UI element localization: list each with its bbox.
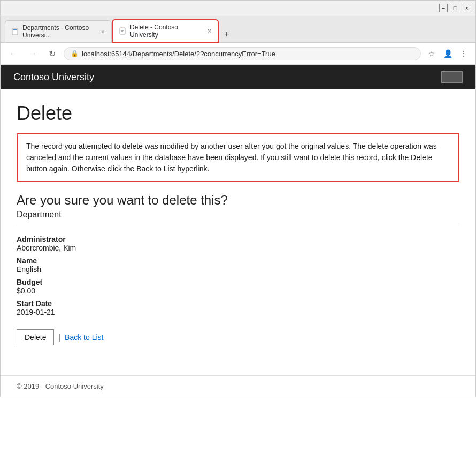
footer: © 2019 - Contoso University (1, 375, 475, 397)
forward-button[interactable]: → (25, 46, 40, 61)
delete-button[interactable]: Delete (17, 329, 54, 345)
page-title: Delete (17, 102, 459, 125)
back-to-list-link[interactable]: Back to List (65, 333, 103, 342)
title-bar-controls: − □ × (439, 4, 471, 12)
field-administrator: Administrator Abercrombie, Kim (17, 235, 459, 252)
tab-delete[interactable]: Delete - Contoso University × (112, 19, 219, 43)
tab-departments[interactable]: Departments - Contoso Universi... × (5, 20, 112, 42)
field-name-value: English (17, 265, 459, 274)
svg-rect-5 (121, 29, 124, 29)
field-administrator-value: Abercrombie, Kim (17, 244, 459, 252)
error-message-text: The record you attempted to delete was m… (26, 142, 437, 173)
confirm-subtitle: Department (17, 210, 459, 220)
tabs-bar: Departments - Contoso Universi... × Dele… (1, 16, 475, 43)
field-start-date-value: 2019-01-21 (17, 308, 459, 316)
field-name-label: Name (17, 256, 459, 265)
form-actions: Delete | Back to List (17, 329, 459, 345)
actions-separator: | (58, 333, 60, 342)
divider (17, 226, 459, 226)
error-box: The record you attempted to delete was m… (17, 133, 459, 182)
menu-icon[interactable]: ⋮ (457, 47, 470, 60)
page-content: Delete The record you attempted to delet… (1, 89, 475, 375)
url-bar[interactable]: 🔒 localhost:65144/Departments/Delete/2?c… (64, 47, 421, 60)
address-bar-actions: ☆ 👤 ⋮ (425, 47, 470, 60)
svg-rect-3 (13, 32, 16, 32)
app-name: Contoso University (13, 72, 94, 83)
field-budget-value: $0.00 (17, 286, 459, 295)
field-budget: Budget $0.00 (17, 278, 459, 295)
new-tab-button[interactable]: + (219, 26, 234, 42)
svg-rect-1 (13, 29, 17, 30)
header-toggle-button[interactable] (441, 71, 463, 83)
back-button[interactable]: ← (6, 46, 21, 61)
url-text: localhost:65144/Departments/Delete/2?con… (82, 50, 414, 58)
app-header: Contoso University (1, 65, 475, 89)
browser-window: − □ × Departments - Contoso Universi... … (0, 0, 476, 397)
close-button[interactable]: × (463, 4, 471, 12)
tab-departments-close[interactable]: × (101, 28, 105, 35)
maximize-button[interactable]: □ (451, 4, 459, 12)
svg-rect-2 (13, 31, 17, 31)
tab-page-icon-1 (12, 28, 19, 35)
tab-departments-label: Departments - Contoso Universi... (22, 24, 96, 39)
svg-rect-6 (121, 30, 124, 31)
footer-text: © 2019 - Contoso University (17, 382, 104, 390)
field-budget-label: Budget (17, 278, 459, 286)
tab-delete-close[interactable]: × (208, 27, 211, 35)
field-start-date: Start Date 2019-01-21 (17, 299, 459, 316)
account-icon[interactable]: 👤 (441, 47, 454, 60)
minimize-button[interactable]: − (439, 4, 448, 12)
address-bar: ← → ↻ 🔒 localhost:65144/Departments/Dele… (1, 43, 475, 65)
svg-rect-7 (121, 31, 123, 32)
reload-button[interactable]: ↻ (44, 46, 59, 61)
tab-delete-label: Delete - Contoso University (130, 24, 202, 39)
confirm-title: Are you sure you want to delete this? (17, 193, 459, 208)
tab-page-icon-2 (119, 27, 127, 35)
field-administrator-label: Administrator (17, 235, 459, 244)
bookmark-icon[interactable]: ☆ (425, 47, 438, 60)
field-name: Name English (17, 256, 459, 274)
title-bar: − □ × (1, 1, 475, 16)
lock-icon: 🔒 (71, 50, 79, 57)
field-start-date-label: Start Date (17, 299, 459, 308)
